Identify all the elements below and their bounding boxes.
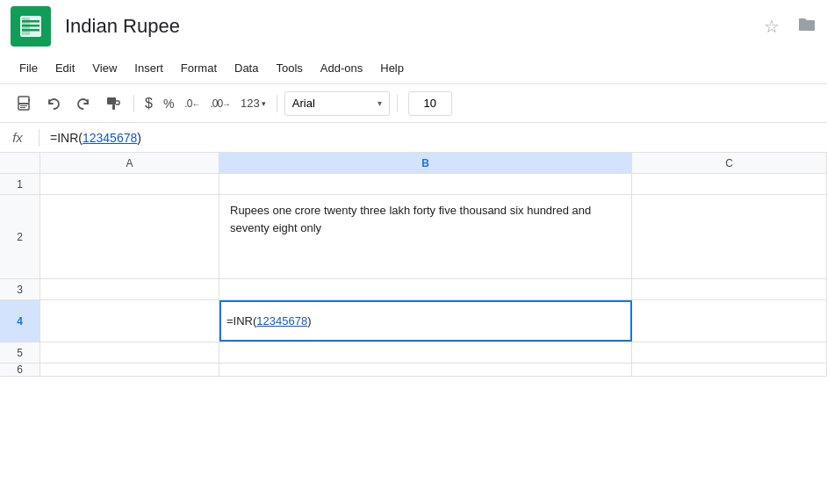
col-header-a[interactable]: A bbox=[40, 153, 219, 173]
spreadsheet: A B C 1 2 Rupees one crore twenty three … bbox=[0, 153, 827, 377]
toolbar: $ % .0← .00→ 123 ▾ Arial ▾ 10 bbox=[0, 84, 827, 123]
menu-bar: File Edit View Insert Format Data Tools … bbox=[0, 53, 827, 84]
menu-tools[interactable]: Tools bbox=[267, 58, 311, 78]
col-header-c[interactable]: C bbox=[632, 153, 827, 173]
formula-prefix: =INR( bbox=[50, 131, 83, 145]
row-num-6: 6 bbox=[0, 364, 40, 376]
svg-rect-7 bbox=[20, 105, 27, 106]
title-bar: Indian Rupee ☆ bbox=[0, 0, 827, 53]
dropdown-arrow-icon: ▾ bbox=[262, 99, 266, 108]
svg-rect-9 bbox=[28, 99, 30, 101]
formula-suffix: ) bbox=[137, 131, 141, 145]
fx-label: fx bbox=[7, 130, 28, 145]
font-size-input[interactable]: 10 bbox=[408, 91, 452, 116]
more-formats-button[interactable]: 123 ▾ bbox=[237, 97, 270, 110]
formula-bar-divider bbox=[39, 129, 40, 147]
corner-cell bbox=[0, 153, 40, 173]
cell-b5[interactable] bbox=[219, 342, 632, 363]
cell-c3[interactable] bbox=[632, 279, 827, 299]
formula-b4-prefix: =INR( bbox=[227, 314, 256, 328]
cell-b2-text: Rupees one crore twenty three lakh forty… bbox=[225, 198, 626, 240]
menu-file[interactable]: File bbox=[11, 58, 47, 78]
cell-b6[interactable] bbox=[219, 364, 632, 376]
svg-rect-6 bbox=[18, 104, 29, 110]
separator-3 bbox=[397, 95, 398, 112]
menu-edit[interactable]: Edit bbox=[47, 58, 83, 78]
table-row: 6 bbox=[0, 364, 827, 377]
font-name-label: Arial bbox=[292, 97, 315, 110]
menu-help[interactable]: Help bbox=[371, 58, 413, 78]
separator-2 bbox=[277, 95, 277, 112]
menu-view[interactable]: View bbox=[83, 58, 126, 78]
cell-b4[interactable]: =INR(12345678) bbox=[219, 300, 632, 342]
font-selector[interactable]: Arial ▾ bbox=[284, 91, 390, 116]
decimal-decrease-button[interactable]: .0← bbox=[181, 97, 203, 110]
cell-c4[interactable] bbox=[632, 300, 827, 342]
title-icons: ☆ bbox=[755, 16, 816, 37]
cell-c5[interactable] bbox=[632, 342, 827, 363]
font-size-value: 10 bbox=[424, 97, 436, 110]
menu-insert[interactable]: Insert bbox=[126, 58, 172, 78]
formula-bar: fx =INR(12345678) bbox=[0, 123, 827, 153]
cell-a2[interactable] bbox=[40, 195, 219, 278]
table-row: 5 bbox=[0, 342, 827, 364]
redo-button[interactable] bbox=[70, 90, 97, 117]
cell-a5[interactable] bbox=[40, 342, 219, 363]
cell-c6[interactable] bbox=[632, 364, 827, 376]
row-num-2: 2 bbox=[0, 195, 40, 278]
svg-rect-10 bbox=[107, 97, 116, 104]
cell-a1[interactable] bbox=[40, 174, 219, 194]
row-num-3: 3 bbox=[0, 279, 40, 299]
cell-b3[interactable] bbox=[219, 279, 632, 299]
decimal-increase-button[interactable]: .00→ bbox=[206, 97, 234, 110]
row-num-4: 4 bbox=[0, 300, 40, 342]
svg-rect-11 bbox=[112, 104, 115, 110]
cell-a3[interactable] bbox=[40, 279, 219, 299]
cell-c2[interactable] bbox=[632, 195, 827, 278]
table-row: 3 bbox=[0, 279, 827, 300]
formula-bar-content[interactable]: =INR(12345678) bbox=[50, 131, 141, 145]
table-row: 4 =INR(12345678) bbox=[0, 300, 827, 342]
formula-link: 12345678 bbox=[83, 131, 137, 145]
format-label: 123 bbox=[241, 97, 260, 110]
menu-format[interactable]: Format bbox=[172, 58, 226, 78]
paint-format-button[interactable] bbox=[100, 90, 126, 117]
menu-data[interactable]: Data bbox=[226, 58, 267, 78]
svg-rect-4 bbox=[22, 18, 30, 35]
row-num-5: 5 bbox=[0, 342, 40, 363]
row-num-1: 1 bbox=[0, 174, 40, 194]
star-icon[interactable]: ☆ bbox=[764, 16, 780, 37]
cell-c1[interactable] bbox=[632, 174, 827, 194]
table-row: 1 bbox=[0, 174, 827, 195]
app-icon bbox=[11, 6, 51, 47]
font-dropdown-icon: ▾ bbox=[378, 98, 382, 108]
document-title: Indian Rupee bbox=[65, 15, 755, 38]
formula-b4-link: 12345678 bbox=[256, 314, 307, 328]
separator-1 bbox=[133, 95, 134, 112]
formula-b4-suffix: ) bbox=[307, 314, 311, 328]
cell-b2[interactable]: Rupees one crore twenty three lakh forty… bbox=[219, 195, 632, 278]
column-headers: A B C bbox=[0, 153, 827, 174]
cell-b4-formula: =INR(12345678) bbox=[227, 306, 625, 336]
cell-a4[interactable] bbox=[40, 300, 219, 342]
currency-button[interactable]: $ bbox=[141, 96, 156, 112]
col-header-b[interactable]: B bbox=[219, 153, 632, 173]
undo-button[interactable] bbox=[40, 90, 67, 117]
menu-addons[interactable]: Add-ons bbox=[312, 58, 371, 78]
table-row: 2 Rupees one crore twenty three lakh for… bbox=[0, 195, 827, 279]
cell-a6[interactable] bbox=[40, 364, 219, 376]
svg-rect-8 bbox=[20, 107, 25, 108]
folder-icon[interactable] bbox=[797, 17, 816, 37]
cell-b1[interactable] bbox=[219, 174, 632, 194]
svg-rect-5 bbox=[18, 97, 29, 104]
percent-button[interactable]: % bbox=[160, 97, 177, 111]
print-button[interactable] bbox=[11, 90, 37, 117]
